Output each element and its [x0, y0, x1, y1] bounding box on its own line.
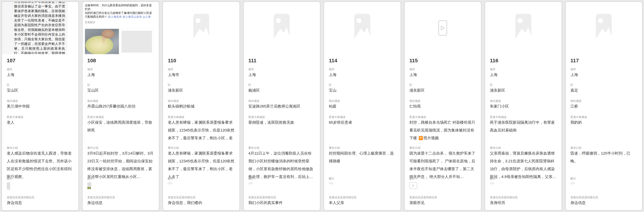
field-label-city: 城市 [87, 68, 154, 71]
field-label-address: 地址描述 [410, 99, 476, 103]
attachment-thumbnail[interactable] [168, 182, 172, 184]
field-value-city: 上海市 [168, 71, 235, 79]
card-cover-image [324, 2, 400, 54]
field-value-address: 铂庭 [329, 102, 396, 110]
field-label-address: 地址描述 [329, 99, 396, 103]
field-value-address: 仁怡苑 [410, 102, 476, 110]
deceased-text: 老人患有哮喘，家属联系居委报备要求就医，12345也表示尽快，但是120依然来不… [168, 120, 234, 144]
field-value-city: 上海 [248, 71, 315, 79]
attachment-thumbnail[interactable] [248, 182, 253, 184]
attachment-thumbnail[interactable] [329, 182, 333, 184]
field-label-event: 事件介绍 [87, 146, 154, 150]
field-value-deceased: 死于浦东医院新冠隔离治疗中，有肾衰高血压封基础病 [490, 118, 557, 134]
field-value-deceased: 老人患有哮喘，家属联系居委报备要求就医，12345也表示尽快，但是120依然来不… [168, 118, 235, 144]
case-card[interactable]: 分左右联系上中华西居委会，通过微信语音确认了这一事实。由于需要保护患者家属的隐私… [2, 2, 79, 210]
record-number: 117 [570, 58, 579, 64]
mini-screenshot-thumbnail [7, 182, 10, 190]
field-value-city: 上海 [570, 71, 638, 79]
field-value-event: 4月11日上午，这位消毒防疫人员在给我们小区封控楼做消杀的时候突然晕倒，小区里有… [248, 149, 315, 181]
field-value-direct-or-indirect: 亲眼所见 [410, 199, 476, 207]
attachment-thumbnail[interactable] [87, 182, 91, 190]
field-label-district: 区 [329, 83, 396, 87]
attachment-thumbnail[interactable] [7, 182, 10, 190]
field-value-district: 嘉定 [570, 86, 638, 94]
field-label-direct-or-indirect: 直接信息还是间接信息 [7, 196, 74, 199]
field-value-deceased: 我奶奶 [570, 118, 638, 126]
field-label-direct-or-indirect: 直接信息还是间接信息 [570, 196, 638, 199]
field-label-direct-or-indirect: 直接信息还是间接信息 [248, 196, 315, 199]
case-card[interactable]: 114 城市 上海 区 宝山 地址描述 铂庭 死者大体描述 65岁癌症患者 事件… [324, 2, 401, 210]
field-label-deceased: 死者大体描述 [410, 115, 476, 119]
attachment-thumbnail[interactable] [490, 182, 494, 184]
field-label-address: 地址描述 [248, 99, 315, 103]
case-card[interactable]: 运输有时间，为什么跟居委会的60的菜能到，还好多是烂的 别的区都已经分发过几批物… [82, 2, 160, 210]
card-cover-image: 运输有时间，为什么跟居委会的60的菜能到，还好多是烂的 别的区都已经分发过几批物… [82, 2, 159, 54]
post-mentions: @上海发布 @上海宝山发布 ◎上海 [107, 15, 151, 18]
field-value-city: 上海 [410, 71, 476, 79]
post-attached-images [85, 29, 153, 54]
field-label-district: 区 [168, 83, 235, 87]
cover-text-screenshot: 分左右联系上中华西居委会，通过微信语音确认了这一事实。由于需要保护患者家属的隐私… [2, 2, 68, 54]
field-value-address: 航头镇鹤沙航城 [168, 102, 235, 110]
deceased-text: 死于浦东医院新冠隔离治疗中，有肾衰高血压封基础病 [490, 120, 555, 132]
image-placeholder-icon [515, 14, 531, 42]
field-label-direct-or-indirect: 直接信息还是间接信息 [168, 196, 235, 199]
field-label-direct-or-indirect: 直接信息还是间接信息 [329, 196, 396, 199]
field-value-district: 宝山 [329, 86, 396, 94]
video-play-icon [438, 20, 447, 36]
field-label-direct-or-indirect: 直接信息还是间接信息 [490, 196, 557, 199]
field-label-district: 区 [570, 83, 638, 87]
has-media-badge: 有 [419, 136, 423, 140]
deceased-text: 小区保安，连续两周高强度值班，导致猝死 [87, 120, 152, 132]
record-number: 107 [7, 58, 16, 64]
empty-image-pill [570, 182, 575, 184]
card-cover-image [404, 2, 481, 54]
mention-link: @上海宝山发布 [122, 15, 142, 18]
field-value-direct-or-indirect: 亲身经历 [490, 199, 557, 207]
field-value-direct-or-indirect: 身边信息，我们楼的 [168, 199, 235, 207]
field-label-city: 城市 [490, 68, 557, 71]
field-value-district: 宝山区 [87, 86, 154, 94]
field-value-event: 因为凌晨十二点自杀， 很久救护车来了可能看到现场死了， 尸体留在原地，后来半夜也… [410, 149, 476, 181]
mini-video-thumbnail [410, 182, 417, 189]
card-cover-image [485, 2, 562, 54]
attachment-thumbnail[interactable] [410, 182, 417, 189]
record-number: 115 [410, 58, 418, 64]
field-label-deceased: 死者大体描述 [7, 115, 74, 119]
field-label-direct-or-indirect: 直接信息还是间接信息 [87, 196, 154, 199]
field-value-deceased: 老人 [7, 118, 74, 126]
field-label-image: 图片 [410, 177, 476, 180]
field-label-event: 事件介绍 [248, 146, 315, 150]
image-placeholder-icon [596, 14, 612, 42]
field-label-address: 地址描述 [7, 99, 74, 103]
field-label-district: 区 [490, 83, 557, 87]
record-number: 110 [168, 58, 176, 64]
case-card[interactable]: 117 城市 上海 区 嘉定 地址描述 江桥 死者大体描述 我奶奶 事件介绍 昏… [565, 2, 642, 210]
card-cover-image: 分左右联系上中华西居委会，通过微信语音确认了这一事实。由于需要保护患者家属的隐私… [2, 2, 78, 54]
empty-image-pill [248, 182, 253, 184]
field-label-event: 事件介绍 [7, 146, 74, 150]
attachment-thumbnail[interactable] [570, 182, 575, 184]
field-label-event: 事件介绍 [570, 146, 638, 150]
field-value-event: 父亲周嘉祖，肾衰且瘫痪在床靠血透维持生命，3.21住进第七人民医院肾病科治疗，由… [490, 149, 557, 181]
case-card[interactable]: 116 城市 上海 区 浦东新区 地址描述 朱家门小区 死者大体描述 死于浦东医… [485, 2, 562, 210]
case-card[interactable]: 115 城市 上海 区 浦东新区 地址描述 仁怡苑 死者大体描述 封控，跳楼自杀… [404, 2, 482, 210]
field-label-deceased: 死者大体描述 [87, 115, 154, 119]
field-label-image: 图片 [7, 177, 74, 180]
case-card[interactable]: 111 城市 上海 区 杨浦区 地址描述 安波路265弄兰花教师公寓南区 死者大… [243, 2, 320, 210]
rotten-cabbage-photo [85, 29, 119, 54]
deceased-text: 65岁癌症患者 [329, 120, 352, 125]
empty-image-pill [490, 182, 494, 184]
case-card[interactable]: 110 城市 上海市 区 浦东新区 地址描述 航头镇鹤沙航城 死者大体描述 老人… [162, 2, 240, 210]
field-label-event: 事件介绍 [329, 146, 396, 150]
mention-link: ◎上海 [142, 15, 151, 18]
empty-image-pill [168, 182, 172, 184]
field-label-district: 区 [87, 83, 154, 87]
field-value-district: 杨浦区 [248, 86, 315, 94]
field-label-district: 区 [7, 83, 74, 87]
field-label-direct-or-indirect: 直接信息还是间接信息 [410, 196, 476, 199]
field-label-city: 城市 [7, 68, 74, 71]
card-cover-image [244, 2, 320, 54]
mini-text-image [87, 182, 91, 187]
field-label-image: 图片 [168, 177, 235, 180]
